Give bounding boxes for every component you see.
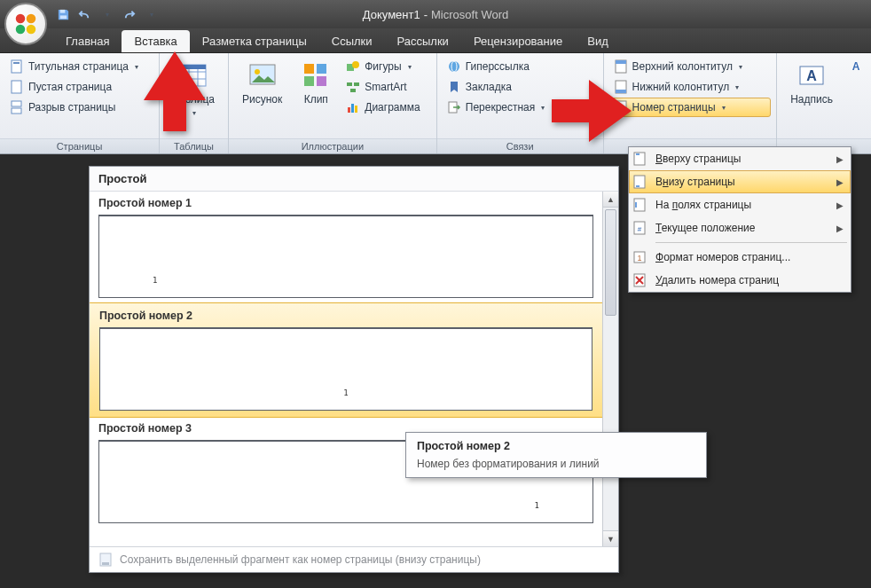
chart-button[interactable]: Диаграмма	[341, 98, 424, 117]
redo-icon[interactable]	[119, 4, 138, 24]
svg-text:A: A	[852, 60, 860, 73]
svg-rect-35	[616, 60, 626, 64]
page-icon	[10, 59, 24, 74]
crossref-icon	[447, 100, 461, 114]
page-number-gallery: Простой Простой номер 1 1 Простой номер …	[89, 166, 619, 573]
ribbon: Титульная страница▾ Пустая страница Разр…	[0, 53, 871, 154]
scrollbar-track[interactable]	[603, 208, 618, 530]
group-illustrations: Рисунок Клип Фигуры▾ SmartArt Диаграмма …	[229, 53, 437, 153]
svg-point-18	[255, 69, 260, 74]
bookmark-button[interactable]: Закладка	[443, 77, 550, 97]
menu-top-of-page[interactable]: Вверху страницы▶	[629, 147, 851, 170]
blank-page-button[interactable]: Пустая страница	[5, 77, 143, 97]
menu-format-numbers[interactable]: 1Формат номеров страниц...	[629, 246, 851, 269]
bookmark-icon	[447, 80, 461, 94]
tab-view[interactable]: Вид	[575, 30, 621, 52]
tab-references[interactable]: Ссылки	[319, 30, 385, 52]
page-number-button[interactable]: #Номер страницы▾	[609, 98, 772, 117]
page-bottom-icon	[632, 175, 647, 189]
svg-rect-29	[351, 104, 354, 113]
wordart-icon: A	[849, 59, 863, 74]
svg-rect-19	[304, 64, 314, 74]
save-icon[interactable]	[53, 4, 73, 24]
page-margins-icon	[632, 198, 647, 212]
svg-point-1	[27, 14, 36, 24]
chevron-down-icon: ▾	[541, 104, 545, 112]
shapes-icon	[346, 59, 360, 74]
current-pos-icon: #	[632, 221, 647, 235]
gallery-list: Простой номер 1 1 Простой номер 2 1 Прос…	[90, 192, 618, 546]
footer-button[interactable]: Нижний колонтитул▾	[609, 77, 772, 97]
menu-bottom-of-page[interactable]: Внизу страницы▶	[629, 170, 851, 193]
textbox-button[interactable]: A Надпись	[782, 57, 841, 110]
tab-mailings[interactable]: Рассылки	[385, 30, 461, 52]
qat-customize-icon[interactable]: ▾	[142, 4, 161, 24]
app-name: Microsoft Word	[431, 8, 508, 21]
menu-current-position[interactable]: #Текущее положение▶	[629, 216, 851, 239]
ribbon-tabs: Главная Вставка Разметка страницы Ссылки…	[0, 28, 871, 53]
title-bar: ▾ ▾ Документ1 - Microsoft Word	[0, 0, 871, 28]
svg-rect-59	[102, 562, 109, 565]
clipart-button[interactable]: Клип	[294, 57, 338, 110]
remove-icon	[632, 273, 647, 287]
tab-layout[interactable]: Разметка страницы	[190, 30, 319, 52]
svg-rect-10	[12, 108, 21, 114]
page-break-button[interactable]: Разрыв страницы	[5, 98, 143, 117]
svg-rect-22	[317, 76, 326, 86]
submenu-arrow-icon: ▶	[836, 154, 844, 164]
wordart-button[interactable]: A	[846, 57, 866, 76]
office-button[interactable]	[4, 3, 47, 45]
chart-icon	[346, 100, 360, 114]
svg-rect-27	[350, 89, 356, 92]
svg-rect-20	[317, 64, 326, 74]
smartart-icon	[346, 80, 360, 94]
tab-insert[interactable]: Вставка	[122, 30, 189, 52]
chevron-down-icon: ▾	[135, 63, 138, 71]
page-break-icon	[10, 100, 24, 114]
title-page-button[interactable]: Титульная страница▾	[5, 57, 143, 76]
chevron-down-icon: ▾	[735, 83, 739, 91]
hyperlink-button[interactable]: Гиперссылка	[443, 57, 550, 76]
undo-icon[interactable]	[75, 4, 94, 24]
submenu-arrow-icon: ▶	[836, 223, 844, 233]
quick-access-toolbar: ▾ ▾	[53, 4, 161, 24]
gallery-preview: 1	[98, 215, 593, 298]
svg-rect-30	[355, 106, 357, 113]
gallery-scrollbar[interactable]: ▲ ▼	[602, 192, 618, 546]
tooltip-body: Номер без форматирования и линий	[417, 458, 695, 470]
svg-text:#: #	[638, 225, 642, 233]
menu-remove-numbers[interactable]: Удалить номера страниц	[629, 269, 851, 292]
window-title: Документ1 - Microsoft Word	[363, 8, 508, 21]
svg-rect-28	[348, 107, 350, 113]
svg-rect-4	[59, 9, 65, 12]
svg-text:A: A	[806, 68, 817, 83]
svg-rect-46	[636, 153, 640, 155]
smartart-button[interactable]: SmartArt	[341, 77, 424, 97]
svg-rect-25	[347, 82, 352, 86]
header-button[interactable]: Верхний колонтитул▾	[609, 57, 772, 76]
scroll-up-icon[interactable]: ▲	[603, 192, 618, 208]
document-name: Документ1	[363, 8, 420, 21]
picture-button[interactable]: Рисунок	[234, 57, 290, 110]
tab-review[interactable]: Рецензирование	[461, 30, 575, 52]
gallery-item-1[interactable]: Простой номер 1 1	[90, 192, 602, 298]
shapes-button[interactable]: Фигуры▾	[341, 57, 424, 76]
annotation-arrow-1	[144, 51, 206, 135]
annotation-arrow-2	[552, 80, 632, 145]
crossref-button[interactable]: Перекрестная▾	[443, 98, 550, 117]
gallery-item-2[interactable]: Простой номер 2 1	[90, 302, 603, 418]
svg-rect-7	[13, 62, 20, 64]
scroll-down-icon[interactable]: ▼	[603, 530, 618, 546]
svg-text:1: 1	[637, 254, 641, 263]
undo-split-icon[interactable]: ▾	[98, 4, 117, 24]
tab-home[interactable]: Главная	[53, 30, 122, 52]
chevron-down-icon: ▾	[722, 104, 726, 112]
group-label-illustrations: Иллюстрации	[229, 138, 436, 153]
gallery-footer[interactable]: Сохранить выделенный фрагмент как номер …	[90, 546, 618, 572]
menu-page-margins[interactable]: На полях страницы▶	[629, 193, 851, 216]
header-icon	[614, 59, 628, 74]
tooltip-title: Простой номер 2	[417, 440, 695, 452]
scrollbar-thumb[interactable]	[605, 209, 616, 316]
picture-icon	[248, 61, 277, 90]
format-icon: 1	[632, 250, 647, 264]
